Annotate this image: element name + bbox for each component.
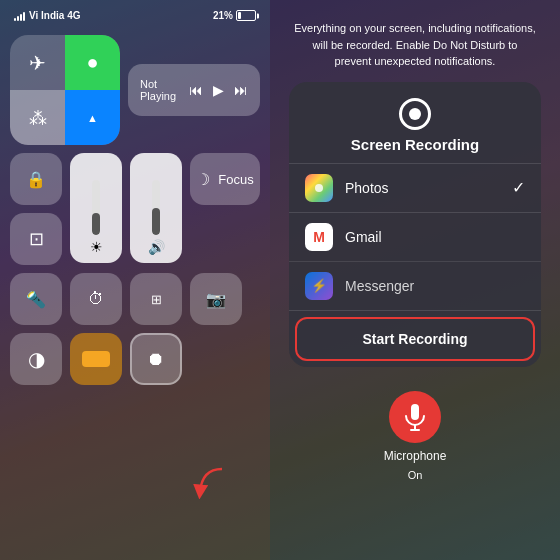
connectivity-group: ✈ ● ⁂ ▲ [10,35,120,145]
focus-tile[interactable]: ☽ Focus [190,153,260,205]
mirror-icon: ⊡ [29,228,44,250]
screen-mirror-tile[interactable]: ⊡ [10,213,62,265]
volume-bar [152,180,160,235]
bluetooth-tile[interactable]: ⁂ [10,90,65,145]
microphone-button[interactable] [389,391,441,443]
left-col: 🔒 ⊡ [10,153,62,265]
svg-point-2 [315,184,323,192]
wifi-tile[interactable]: ● [65,35,120,90]
photos-label: Photos [345,180,500,196]
arrow-indicator [192,464,232,508]
battery-saver-tile[interactable] [70,333,122,385]
info-text: Everything on your screen, including not… [270,0,560,82]
list-item[interactable]: M Gmail [289,212,541,261]
microphone-label: Microphone [384,449,447,463]
modal-header: Screen Recording [289,82,541,163]
play-icon[interactable]: ▶ [213,82,224,98]
modal-title: Screen Recording [351,136,479,153]
battery-icon [236,10,256,21]
cellular-icon: ▲ [87,112,98,124]
airplane-tile[interactable]: ✈ [10,35,65,90]
dark-mode-icon: ◑ [28,347,45,371]
gmail-label: Gmail [345,229,525,245]
row-4: ◑ ⏺ [10,333,260,385]
record-icon: ⏺ [147,349,165,370]
media-controls: ⏮ ▶ ⏭ [189,82,248,98]
next-icon[interactable]: ⏭ [234,82,248,98]
airplane-icon: ✈ [29,51,46,75]
calculator-tile[interactable]: ⊞ [130,273,182,325]
battery-info: 21% [213,10,256,21]
start-recording-inner: Start Recording [295,317,535,361]
gmail-app-icon: M [305,223,333,251]
now-playing-tile[interactable]: Not Playing ⏮ ▶ ⏭ [128,64,260,116]
moon-icon: ☽ [196,170,210,189]
wifi-icon: ● [86,51,98,74]
row-1: ✈ ● ⁂ ▲ Not Playing ⏮ ▶ ⏭ [10,35,260,145]
record-dot [409,108,421,120]
camera-icon: 📷 [206,290,226,309]
screen-lock-tile[interactable]: 🔒 [10,153,62,205]
carrier-info: Vi India 4G [14,10,81,21]
record-circle-icon [399,98,431,130]
dark-mode-tile[interactable]: ◑ [10,333,62,385]
app-list: Photos ✓ M Gmail ⚡ Messenger [289,163,541,310]
prev-icon[interactable]: ⏮ [189,82,203,98]
row-3: 🔦 ⏱ ⊞ 📷 [10,273,260,325]
flashlight-icon: 🔦 [26,290,46,309]
volume-slider[interactable]: 🔊 [130,153,182,263]
start-recording-button[interactable]: Start Recording [289,310,541,367]
timer-tile[interactable]: ⏱ [70,273,122,325]
messenger-app-icon: ⚡ [305,272,333,300]
right-panel: Everything on your screen, including not… [270,0,560,560]
start-recording-label: Start Recording [362,331,467,347]
check-icon: ✓ [512,178,525,197]
carrier-label: Vi India 4G [29,10,81,21]
svg-rect-3 [411,404,419,420]
screen-recording-modal: Screen Recording Photos ✓ M Gmail [289,82,541,367]
volume-icon: 🔊 [148,239,165,255]
microphone-status: On [408,469,423,481]
left-panel: Vi India 4G 21% ✈ ● ⁂ ▲ [0,0,270,560]
focus-label: Focus [218,172,253,187]
timer-icon: ⏱ [88,290,104,308]
list-item[interactable]: Photos ✓ [289,163,541,212]
list-item[interactable]: ⚡ Messenger [289,261,541,310]
brightness-bar [92,180,100,235]
bluetooth-icon: ⁂ [29,107,47,129]
microphone-section: Microphone On [384,391,447,481]
battery-percent: 21% [213,10,233,21]
photos-app-icon [305,174,333,202]
microphone-icon [404,403,426,431]
status-bar: Vi India 4G 21% [0,0,270,27]
battery-saver-icon [82,351,110,367]
flashlight-tile[interactable]: 🔦 [10,273,62,325]
signal-bars [14,11,25,21]
camera-tile[interactable]: 📷 [190,273,242,325]
cellular-tile[interactable]: ▲ [65,90,120,145]
row-2: 🔒 ⊡ ☀ 🔊 ☽ Focus [10,153,260,265]
messenger-label: Messenger [345,278,525,294]
brightness-slider[interactable]: ☀ [70,153,122,263]
control-center-grid: ✈ ● ⁂ ▲ Not Playing ⏮ ▶ ⏭ [0,27,270,393]
screen-record-tile[interactable]: ⏺ [130,333,182,385]
lock-icon: 🔒 [26,170,46,189]
now-playing-label: Not Playing [140,78,189,102]
calculator-icon: ⊞ [151,292,162,307]
brightness-icon: ☀ [90,239,103,255]
